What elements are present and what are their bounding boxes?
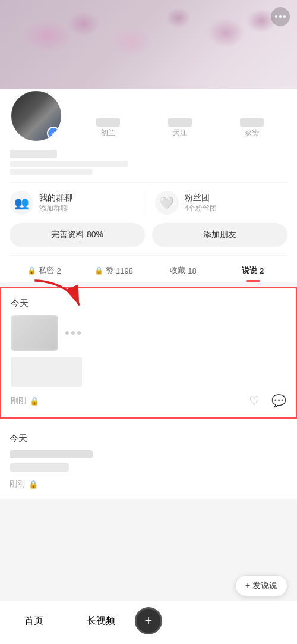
post-1-lock-icon: 🔒 <box>30 397 39 406</box>
likes-label: 赞 <box>106 265 113 276</box>
profile-bio-line1 <box>10 161 128 167</box>
dot-2 <box>71 331 75 335</box>
likes-tab[interactable]: 🔒 赞 1198 <box>79 262 148 282</box>
group-chat-item[interactable]: 👥 我的群聊 添加群聊 <box>10 191 143 215</box>
private-count: 2 <box>56 266 61 275</box>
profile-stats-row: 初兰 天江 获赞 <box>63 118 287 143</box>
avatar-row: ✓ 初兰 天江 获赞 <box>10 89 287 143</box>
dot-1 <box>65 331 69 335</box>
post-1-time-row: 刚刚 🔒 <box>11 395 39 406</box>
dot <box>275 15 277 18</box>
private-lock-icon: 🔒 <box>27 266 36 275</box>
nav-add-plus-icon: + <box>145 614 153 627</box>
avatar: ✓ <box>10 89 63 143</box>
post-2-footer: 刚刚 🔒 <box>10 479 287 489</box>
post-1-thumbnail <box>11 315 58 351</box>
likes-lock-icon: 🔒 <box>94 266 103 275</box>
float-add-post-button[interactable]: + 发说说 <box>235 575 287 596</box>
float-add-label: + 发说说 <box>245 580 277 591</box>
post-2-text-blur <box>10 450 93 458</box>
feature-row: 👥 我的群聊 添加群聊 🤍 粉丝团 4个粉丝团 <box>10 182 287 223</box>
stat-huozan[interactable]: 获赞 <box>240 118 264 138</box>
post-1-thumb-image <box>11 315 58 351</box>
nav-add-button[interactable]: + <box>135 607 162 634</box>
action-buttons-row: 完善资料 80% 添加朋友 <box>10 223 287 247</box>
stat-label-chulan: 初兰 <box>101 128 115 138</box>
posts-tab[interactable]: 说说 2 <box>218 262 287 282</box>
group-chat-subtitle: 添加群聊 <box>39 203 72 213</box>
post-1-content <box>11 315 286 351</box>
post-2-text-blur2 <box>10 463 69 472</box>
post-1-image-2 <box>11 357 82 387</box>
profile-section: ✓ 初兰 天江 获赞 👥 我的群聊 添加群聊 <box>0 89 297 282</box>
post-2-time-row: 刚刚 🔒 <box>10 479 38 489</box>
group-chat-title: 我的群聊 <box>39 193 72 203</box>
fan-club-icon: 🤍 <box>155 191 179 215</box>
stat-label-tianjiang: 天江 <box>173 128 187 138</box>
post-1-actions: ♡ 💬 <box>249 394 286 408</box>
private-label: 私密 <box>39 265 54 276</box>
favorites-tab[interactable]: 收藏 18 <box>148 262 218 282</box>
profile-name <box>10 150 57 158</box>
favorites-count: 18 <box>188 266 196 275</box>
stat-value-huozan <box>240 118 264 127</box>
red-arrow-indicator <box>30 278 89 313</box>
post-2-lock-icon: 🔒 <box>29 480 38 489</box>
nav-home[interactable]: 首页 <box>0 615 68 627</box>
stat-value-tianjiang <box>168 118 192 127</box>
fan-club-item[interactable]: 🤍 粉丝团 4个粉丝团 <box>143 191 288 215</box>
complete-profile-button[interactable]: 完善资料 80% <box>10 223 145 247</box>
fan-club-subtitle: 4个粉丝团 <box>185 203 217 213</box>
favorites-label: 收藏 <box>170 265 185 276</box>
bottom-navigation: 首页 长视频 + <box>0 601 297 644</box>
stat-label-huozan: 获赞 <box>245 128 259 138</box>
bottom-spacer <box>0 500 297 547</box>
posts-section: 今天 刚刚 🔒 ♡ 💬 今天 <box>0 287 297 500</box>
post-2-date: 今天 <box>10 433 287 444</box>
fan-club-title: 粉丝团 <box>185 193 217 203</box>
dot <box>279 15 282 18</box>
posts-count: 2 <box>260 266 264 275</box>
posts-label: 说说 <box>242 265 257 276</box>
group-chat-icon: 👥 <box>10 191 33 215</box>
stat-tianjiang[interactable]: 天江 <box>168 118 192 138</box>
post-1-footer: 刚刚 🔒 ♡ 💬 <box>11 394 286 408</box>
avatar-badge: ✓ <box>47 127 60 140</box>
stat-value-chulan <box>96 118 120 127</box>
dot <box>283 15 286 18</box>
post-1-comment-button[interactable]: 💬 <box>271 394 286 408</box>
post-1-like-button[interactable]: ♡ <box>249 394 260 408</box>
post-1-dots <box>65 331 81 335</box>
post-1-time: 刚刚 <box>11 395 26 406</box>
more-options-button[interactable] <box>271 7 290 26</box>
nav-long-video[interactable]: 长视频 <box>68 615 135 627</box>
post-2-time: 刚刚 <box>10 479 25 489</box>
dot-3 <box>77 331 81 335</box>
profile-bio-line2 <box>10 169 93 175</box>
add-friend-button[interactable]: 添加朋友 <box>152 223 287 247</box>
stat-chulan[interactable]: 初兰 <box>96 118 120 138</box>
post-card-2: 今天 刚刚 🔒 <box>0 423 297 500</box>
group-chat-text: 我的群聊 添加群聊 <box>39 193 72 213</box>
nav-home-label: 首页 <box>24 615 43 627</box>
likes-count: 1198 <box>116 266 133 275</box>
fan-club-text: 粉丝团 4个粉丝团 <box>185 193 217 213</box>
nav-long-video-label: 长视频 <box>87 615 115 627</box>
